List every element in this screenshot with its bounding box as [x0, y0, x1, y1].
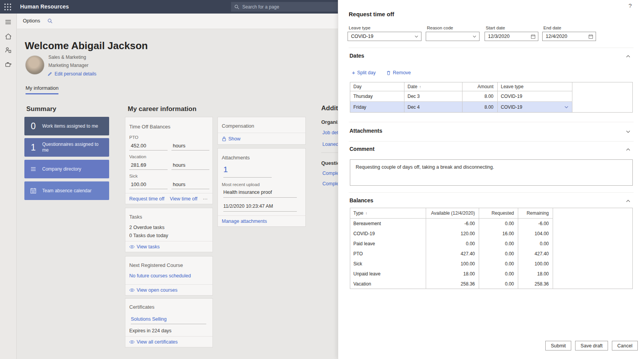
dates-section-header[interactable]: Dates: [349, 53, 364, 59]
tile-work-items[interactable]: 0 Work items assigned to me: [24, 117, 109, 135]
attachments-section-header[interactable]: Attachments: [349, 128, 382, 134]
remove-button[interactable]: Remove: [386, 70, 411, 75]
col-available[interactable]: Available (12/4/2020): [426, 208, 479, 218]
profile-department: Sales & Marketing: [48, 55, 86, 60]
eye-icon: [129, 245, 135, 249]
col-requested[interactable]: Requested: [479, 208, 518, 218]
balances-row[interactable]: Paid leave 0.00 0.00 0.00: [350, 239, 553, 249]
vacation-value[interactable]: 281.69: [129, 161, 168, 170]
request-time-off-link[interactable]: Request time off: [129, 196, 164, 202]
edit-personal-details-link[interactable]: Edit personal details: [48, 71, 96, 77]
balances-row[interactable]: Bereavement -6.00 0.00 -6.00: [350, 219, 553, 229]
time-off-balances-card: Time Off Balances PTO 452.00 hours Vacat…: [125, 117, 213, 204]
pto-unit: hours: [171, 142, 210, 150]
col-day[interactable]: Day: [350, 82, 404, 91]
calendar-icon: [588, 34, 593, 39]
calendar-icon: [531, 34, 536, 39]
tile-team-absence-calendar[interactable]: Team absence calendar: [24, 181, 109, 200]
workspace-icon[interactable]: [5, 61, 12, 68]
divider: [349, 192, 634, 193]
collapse-dates-chevron-up-icon[interactable]: [625, 54, 631, 59]
dates-row-thursday[interactable]: Thursday Dec 3 8.00 COVID-19: [350, 91, 572, 102]
due-today-tasks-text: 0 Tasks due today: [129, 233, 168, 238]
dates-row-friday-selected[interactable]: Friday Dec 4 8.00 COVID-19: [350, 102, 572, 112]
sick-unit: hours: [171, 181, 210, 189]
hamburger-menu-icon[interactable]: [5, 19, 12, 26]
calendar-icon: [24, 187, 42, 194]
pto-balance-field: 452.00 hours: [129, 142, 209, 150]
leave-type-cell-select[interactable]: COVID-19: [498, 102, 572, 112]
certificate-link[interactable]: Solutions Selling: [131, 316, 206, 324]
tile-questionnaires[interactable]: 1 Questionnaires assigned to me: [24, 138, 109, 157]
attachments-card: Attachments 1 Most recent upload Health …: [218, 148, 306, 227]
reason-code-select[interactable]: [426, 32, 480, 41]
leave-type-select[interactable]: COVID-19: [348, 32, 421, 41]
divider: [349, 141, 634, 142]
plus-icon: +: [352, 71, 355, 75]
certificates-card: Certificates Solutions Selling Expires i…: [125, 298, 213, 347]
attachments-count[interactable]: 1: [223, 165, 272, 178]
next-course-card: Next Registered Course No future courses…: [125, 256, 213, 296]
avatar[interactable]: [25, 55, 45, 75]
divider: [349, 122, 634, 122]
search-icon: [234, 4, 240, 10]
command-bar: Options: [17, 14, 338, 29]
balances-table: Type↑ Available (12/4/2020) Requested Re…: [350, 208, 633, 289]
chevron-down-icon: [564, 104, 569, 109]
col-leave-type[interactable]: Leave type: [498, 82, 572, 91]
save-draft-button[interactable]: Save draft: [575, 341, 608, 350]
view-tasks-link[interactable]: View tasks: [129, 244, 160, 250]
pencil-icon: [48, 72, 52, 76]
split-day-button[interactable]: + Split day: [352, 70, 376, 75]
app-launcher-waffle-icon[interactable]: [4, 3, 12, 11]
show-compensation-link[interactable]: Show: [222, 136, 240, 142]
help-icon[interactable]: ?: [629, 2, 632, 9]
manage-attachments-link[interactable]: Manage attachments: [222, 219, 267, 224]
search-placeholder: Search for a page: [242, 4, 279, 10]
pto-value[interactable]: 452.00: [129, 142, 168, 150]
view-all-certificates-link[interactable]: View all certificates: [129, 339, 178, 345]
more-options-ellipsis[interactable]: ···: [203, 196, 208, 202]
view-open-courses-link[interactable]: View open courses: [129, 287, 177, 293]
comment-textarea[interactable]: Requesting couple of days off, taking a …: [350, 159, 633, 186]
dates-table: Day Date↑ Amount Leave type Thursday Dec…: [350, 82, 633, 113]
balances-table-header: Type↑ Available (12/4/2020) Requested Re…: [350, 208, 553, 219]
people-icon[interactable]: [5, 46, 12, 54]
recent-upload-name[interactable]: Health insurance proof: [223, 190, 297, 198]
no-courses-link[interactable]: No future courses scheduled: [129, 273, 191, 279]
balances-section-header[interactable]: Balances: [349, 197, 373, 203]
tile-count: 0: [24, 121, 42, 132]
options-menu[interactable]: Options: [23, 18, 40, 24]
balances-row[interactable]: PTO 427.40 0.00 427.40: [350, 249, 553, 259]
balances-row[interactable]: Unpaid leave 18.00 0.00 18.00: [350, 269, 553, 279]
expand-attachments-chevron-down-icon[interactable]: [625, 129, 631, 134]
view-time-off-link[interactable]: View time off: [170, 196, 197, 202]
balances-row[interactable]: COVID-19 120.00 16.00 104.00: [350, 229, 553, 239]
col-amount[interactable]: Amount: [462, 82, 498, 91]
divider: [349, 48, 634, 48]
panel-footer: Submit Save draft Cancel: [338, 341, 638, 350]
dates-table-header: Day Date↑ Amount Leave type: [350, 82, 572, 91]
page-search-input[interactable]: Search for a page: [231, 2, 338, 12]
command-search-icon[interactable]: [47, 18, 53, 24]
collapse-comment-chevron-up-icon[interactable]: [625, 147, 631, 152]
cancel-button[interactable]: Cancel: [612, 341, 638, 350]
eye-icon: [129, 288, 135, 292]
sick-value[interactable]: 100.00: [129, 181, 168, 189]
home-icon[interactable]: [5, 33, 12, 41]
col-type[interactable]: Type↑: [350, 208, 426, 218]
col-date[interactable]: Date↑: [404, 82, 462, 91]
balances-row[interactable]: Vacation 258.36 0.00 258.36: [350, 279, 553, 289]
tab-my-information[interactable]: My information: [26, 85, 58, 94]
chevron-down-icon: [472, 34, 477, 39]
collapse-balances-chevron-up-icon[interactable]: [625, 198, 631, 204]
balances-row[interactable]: Sick 100.00 0.00 100.00: [350, 259, 553, 269]
col-remaining[interactable]: Remaining: [518, 208, 553, 218]
end-date-input[interactable]: 12/4/2020: [542, 32, 596, 41]
submit-button[interactable]: Submit: [545, 341, 571, 350]
start-date-input[interactable]: 12/3/2020: [485, 32, 538, 41]
certificate-expiry: Expires in 224 days: [129, 328, 171, 333]
vacation-balance-field: 281.69 hours: [129, 161, 209, 170]
tile-company-directory[interactable]: Company directory: [24, 160, 109, 178]
comment-section-header[interactable]: Comment: [349, 146, 375, 152]
